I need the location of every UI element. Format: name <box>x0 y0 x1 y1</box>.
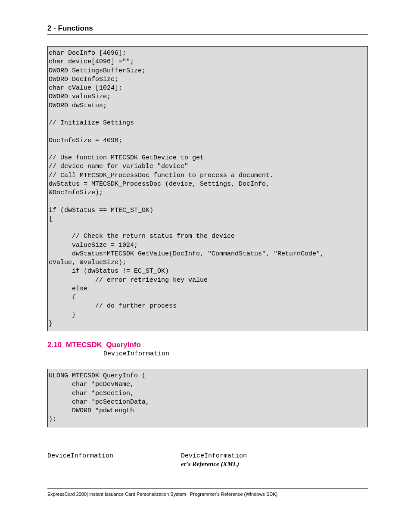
footer-text: ExpressCard 2000| Instant Issuance Card … <box>47 492 368 497</box>
device-info-row: DeviceInformation DeviceInformation <box>47 452 368 460</box>
subsection-intro: DeviceInformation <box>103 350 368 358</box>
device-info-right: DeviceInformation <box>181 452 247 460</box>
subsection-heading: 2.10MTECSDK_QueryInfo <box>47 341 368 349</box>
code-example-block: char DocInfo [4096]; char device[4096] =… <box>47 46 368 331</box>
device-info-left: DeviceInformation <box>47 452 181 460</box>
reference-line: er's Reference (XML) <box>181 460 368 468</box>
footer-rule <box>47 488 368 489</box>
function-signature-block: ULONG MTECSDK_QueryInfo ( char *pcDevNam… <box>47 369 368 427</box>
subsection-number: 2.10 <box>47 341 62 349</box>
header-rule <box>47 34 368 35</box>
subsection-title: MTECSDK_QueryInfo <box>66 341 141 349</box>
section-label: 2 - Functions <box>47 24 368 33</box>
